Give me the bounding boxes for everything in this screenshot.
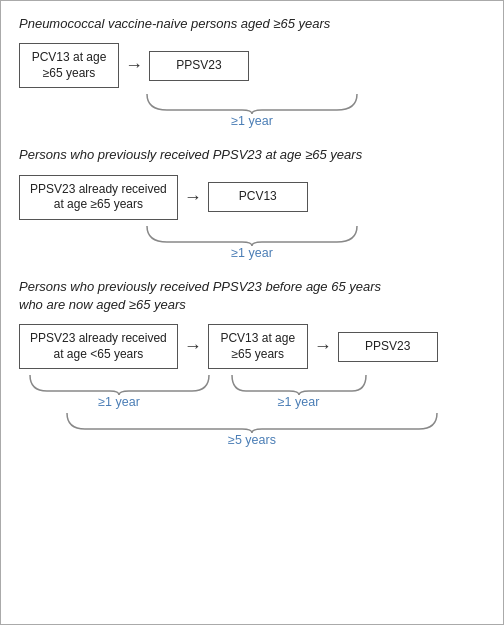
arrow-2: → bbox=[178, 187, 208, 208]
section-3-title: Persons who previously received PPSV23 b… bbox=[19, 278, 485, 314]
brace-label-3a: ≥1 year bbox=[98, 395, 140, 409]
page-container: Pneumococcal vaccine-naive persons aged … bbox=[1, 1, 503, 479]
brace-wrap-2: ≥1 year bbox=[19, 224, 485, 260]
arrow-3b: → bbox=[308, 336, 338, 357]
box-pcv13-2: PCV13 bbox=[208, 182, 308, 212]
brace-svg-1 bbox=[137, 92, 367, 114]
brace-wrap-3c: ≥5 years bbox=[19, 411, 485, 447]
box-pcv13-65-3: PCV13 at age≥65 years bbox=[208, 324, 308, 369]
brace-wrap-1: ≥1 year bbox=[19, 92, 485, 128]
section-1-flow: PCV13 at age≥65 years → PPSV23 bbox=[19, 43, 485, 88]
section-3: Persons who previously received PPSV23 b… bbox=[19, 278, 485, 448]
section-2-flow: PPSV23 already receivedat age ≥65 years … bbox=[19, 175, 485, 220]
brace-wrap-3b: ≥1 year bbox=[221, 373, 376, 409]
arrow-1: → bbox=[119, 55, 149, 76]
box-ppsv23-already-65: PPSV23 already receivedat age ≥65 years bbox=[19, 175, 178, 220]
section-1-title: Pneumococcal vaccine-naive persons aged … bbox=[19, 15, 485, 33]
section-2: Persons who previously received PPSV23 a… bbox=[19, 146, 485, 259]
brace-svg-3a bbox=[22, 373, 217, 395]
sub-braces-row: ≥1 year ≥1 year bbox=[19, 371, 485, 409]
section-3-flow: PPSV23 already receivedat age <65 years … bbox=[19, 324, 485, 369]
section-1: Pneumococcal vaccine-naive persons aged … bbox=[19, 15, 485, 128]
box-pcv13-65: PCV13 at age≥65 years bbox=[19, 43, 119, 88]
arrow-3a: → bbox=[178, 336, 208, 357]
brace-label-3b: ≥1 year bbox=[278, 395, 320, 409]
section-2-title: Persons who previously received PPSV23 a… bbox=[19, 146, 485, 164]
brace-label-1: ≥1 year bbox=[231, 114, 273, 128]
box-ppsv23-3: PPSV23 bbox=[338, 332, 438, 362]
brace-label-3c: ≥5 years bbox=[228, 433, 276, 447]
brace-svg-3b bbox=[224, 373, 374, 395]
box-ppsv23-already-lt65: PPSV23 already receivedat age <65 years bbox=[19, 324, 178, 369]
brace-wrap-3a: ≥1 year bbox=[19, 373, 219, 409]
brace-svg-2 bbox=[137, 224, 367, 246]
box-ppsv23-1: PPSV23 bbox=[149, 51, 249, 81]
brace-label-2: ≥1 year bbox=[231, 246, 273, 260]
brace-svg-3c bbox=[57, 411, 447, 433]
